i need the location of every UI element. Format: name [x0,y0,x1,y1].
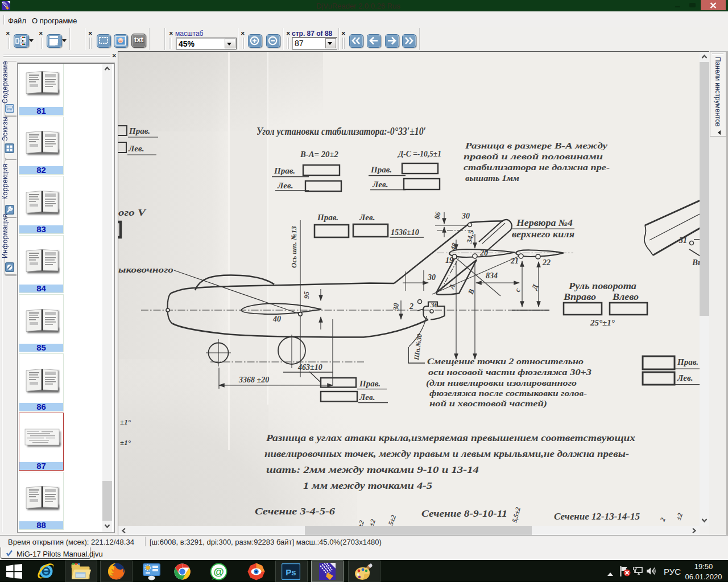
svg-text:Прав.: Прав. [317,213,338,222]
svg-text:стабилизатора не должна пре-: стабилизатора не должна пре- [464,163,610,172]
svg-text:шать: 2мм между точками 9: шать: 2мм между точками 9-10 и 13-14 [266,464,479,475]
svg-text:36: 36 [430,300,439,309]
svg-text:Д-С =-10,5±1: Д-С =-10,5±1 [397,150,441,158]
svg-text:Смещение точки 2 относитель: Смещение точки 2 относительно [427,357,584,366]
svg-text:1 мм между точками 4-5: 1 мм между точками 4-5 [303,480,433,491]
svg-text:Лев.: Лев. [128,144,144,153]
svg-text:20: 20 [479,249,488,257]
svg-text:3368 ±20: 3368 ±20 [238,376,269,384]
svg-text:31: 31 [679,236,687,245]
svg-text:Прав.: Прав. [677,357,698,366]
svg-text:верхнего киля: верхнего киля [512,229,574,240]
svg-text:±1°: ±1° [120,438,131,447]
svg-text:@: @ [213,566,224,578]
svg-text:834: 834 [486,271,498,280]
svg-text:ого V: ого V [118,208,147,217]
svg-text:21: 21 [510,257,519,265]
svg-text:40: 40 [272,315,281,323]
svg-text:2: 2 [409,302,413,311]
svg-text:правой и левой половинами: правой и левой половинами [464,152,603,161]
svg-text:30: 30 [461,212,470,220]
svg-text:±1°: ±1° [120,418,131,426]
svg-text:ной и хвостовой частей): ной и хвостовой частей) [429,399,547,409]
svg-text:22: 22 [542,258,551,267]
svg-text:463±10: 463±10 [297,363,322,372]
svg-text:Нервюра №4: Нервюра №4 [516,218,573,228]
svg-text:Разница в размере В-А между: Разница в размере В-А между [465,141,607,150]
svg-text:95: 95 [302,291,311,299]
svg-text:(для нивелировки изолированн: (для нивелировки изолированного [426,378,577,388]
svg-text:30: 30 [391,303,400,312]
svg-text:Разница в углах атаки крыла: Разница в углах атаки крыла,измеряемая п… [266,432,636,443]
svg-text:Лев.: Лев. [677,373,693,382]
svg-text:нивелировочных точек, между: нивелировочных точек, между правым и лев… [264,448,629,459]
svg-text:Ви: Ви [692,258,700,267]
svg-text:фюзеляжа после состыковки г: фюзеляжа после состыковки голов- [429,389,587,398]
svg-text:вышать 1мм: вышать 1мм [465,174,519,183]
svg-text:Прав.: Прав. [274,166,295,175]
svg-text:Прав.: Прав. [359,379,380,388]
svg-text:Лев.: Лев. [359,213,375,222]
svg-text:Сечение 8-9-10-11: Сечение 8-9-10-11 [421,509,507,518]
svg-text:оси носовой части фюзеляжа: оси носовой части фюзеляжа 30÷3 [428,368,592,377]
svg-text:Вправо: Вправо [563,292,596,302]
svg-text:ыковочного: ыковочного [118,265,173,274]
svg-text:Руль поворота: Руль поворота [568,281,636,291]
svg-text:Сечение 12-13-14-15: Сечение 12-13-14-15 [554,512,640,521]
svg-text:Прав.: Прав. [370,165,392,174]
svg-text:Лев.: Лев. [359,393,375,402]
svg-text:Лев.: Лев. [277,181,293,190]
svg-text:В-А= 20±2: В-А= 20±2 [300,150,338,159]
svg-text:Ps: Ps [286,567,296,577]
svg-text:25°±1°: 25°±1° [590,318,615,327]
svg-text:Ось шп. №13: Ось шп. №13 [289,226,298,268]
svg-text:Прав.: Прав. [129,126,150,135]
svg-text:Лев.: Лев. [372,180,388,189]
svg-text:19: 19 [445,256,453,265]
svg-text:Сечение 3-4-5-6: Сечение 3-4-5-6 [255,506,335,516]
svg-text:1536±10: 1536±10 [391,228,419,237]
svg-text:Угол установки стабилизатора: Угол установки стабилизатора:-0°33′±10′ [257,126,426,137]
svg-text:Влево: Влево [612,292,639,302]
svg-text:30: 30 [427,273,436,282]
